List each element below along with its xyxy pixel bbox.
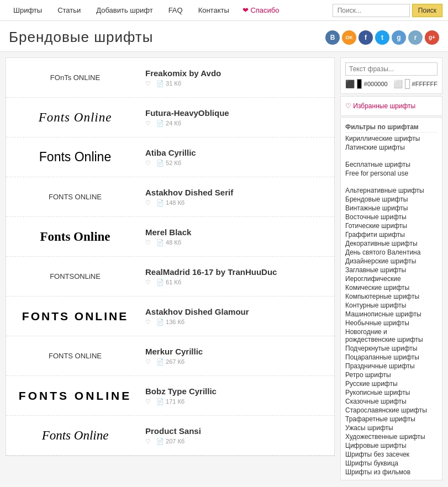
- filter-free-personal[interactable]: Free for personal use: [345, 169, 438, 178]
- category-link[interactable]: Альтернативные шрифты: [345, 186, 438, 195]
- nav-link-faq[interactable]: FAQ: [161, 0, 191, 21]
- social-tw[interactable]: t: [375, 30, 389, 45]
- color-swatch-dark[interactable]: [357, 79, 362, 89]
- page-title: Брендовые шрифты: [9, 29, 153, 46]
- font-preview: FONTS ONLINE: [12, 387, 139, 405]
- nav-link-fonts[interactable]: Шрифты: [6, 0, 50, 21]
- font-name-link[interactable]: Merel Black: [145, 227, 329, 237]
- search-button[interactable]: Поиск: [412, 4, 442, 17]
- font-like[interactable]: ♡: [145, 80, 151, 87]
- font-like[interactable]: ♡: [145, 120, 151, 127]
- font-preview: FOnTs ONLINE: [12, 71, 139, 84]
- font-like[interactable]: ♡: [145, 358, 151, 366]
- color-picker-dark-icon[interactable]: ⬛: [345, 80, 355, 88]
- category-link[interactable]: Необычные шрифты: [345, 319, 438, 327]
- font-like[interactable]: ♡: [145, 160, 151, 167]
- font-like[interactable]: ♡: [145, 398, 151, 405]
- social-vk[interactable]: B: [325, 30, 340, 45]
- font-preview-text: Fonts Online: [40, 230, 110, 244]
- font-name-link[interactable]: Merkur Cyrillic: [145, 347, 329, 356]
- font-info: Atiba Cyrillic ♡ 📄 52 Кб: [145, 148, 329, 167]
- nav-search: Поиск: [333, 4, 442, 17]
- font-name-link[interactable]: Astakhov Dished Serif: [145, 188, 329, 197]
- font-like[interactable]: ♡: [145, 438, 151, 445]
- font-name-link[interactable]: RealMadrid 16-17 by TranHuuDuc: [145, 267, 329, 277]
- category-link[interactable]: Сказочные шрифты: [345, 397, 438, 406]
- category-link[interactable]: Заглавные шрифты: [345, 266, 438, 274]
- font-size: 📄 207 Кб: [156, 438, 185, 445]
- category-link[interactable]: Поцарапанные шрифты: [345, 353, 438, 362]
- social-rss[interactable]: r: [408, 30, 423, 45]
- font-like[interactable]: ♡: [145, 199, 151, 207]
- main-layout: FOnTs ONLINE Freakomix by Avdo ♡ 📄 31 Кб…: [0, 52, 448, 487]
- category-link[interactable]: Иероглифические: [345, 274, 438, 283]
- category-link[interactable]: Контурные шрифты: [345, 301, 438, 310]
- category-link[interactable]: Русские шрифты: [345, 379, 438, 388]
- category-link[interactable]: Готические шрифты: [345, 221, 438, 230]
- filter-cyrillic[interactable]: Кириллические шрифты: [345, 134, 438, 143]
- font-preview-text: FONTS ONLINE: [49, 352, 102, 360]
- category-link[interactable]: Шрифты из фильмов: [345, 468, 438, 477]
- font-like[interactable]: ♡: [145, 239, 151, 246]
- category-link[interactable]: Старославянские шрифты: [345, 406, 438, 415]
- category-link[interactable]: Шрифты буквица: [345, 459, 438, 468]
- font-name-link[interactable]: Futura-HeavyOblique: [145, 108, 329, 118]
- social-ok[interactable]: OK: [342, 30, 356, 45]
- color-swatch-light[interactable]: [405, 79, 410, 89]
- category-link[interactable]: Праздничные шрифты: [345, 362, 438, 370]
- nav-link-articles[interactable]: Статьи: [50, 0, 88, 21]
- font-item: Fonts Online Futura-HeavyOblique ♡ 📄 24 …: [6, 98, 334, 137]
- category-link[interactable]: Брендовые шрифты: [345, 195, 438, 204]
- font-like[interactable]: ♡: [145, 319, 151, 326]
- social-gp1[interactable]: g: [392, 30, 406, 45]
- font-name-link[interactable]: Product Sansi: [145, 426, 329, 436]
- category-link[interactable]: Декоративные шрифты: [345, 239, 438, 248]
- category-link[interactable]: Художественные шрифты: [345, 432, 438, 441]
- font-name-link[interactable]: Bobz Type Cyrillic: [145, 387, 329, 396]
- nav-link-contacts[interactable]: Контакты: [191, 0, 237, 21]
- font-meta: ♡ 📄 31 Кб: [145, 80, 329, 87]
- category-link[interactable]: Новогодние и рождественские шрифты: [345, 327, 438, 344]
- font-preview-text: Fonts Online: [42, 428, 109, 443]
- font-item: FONTS ONLINE Merkur Cyrillic ♡ 📄 267 Кб: [6, 336, 334, 376]
- category-link[interactable]: Восточные шрифты: [345, 213, 438, 221]
- preview-text-input[interactable]: [345, 62, 438, 76]
- category-link[interactable]: День святого Валентина: [345, 248, 438, 257]
- category-link[interactable]: Рукописные шрифты: [345, 388, 438, 397]
- filter-free[interactable]: Бесплатные шрифты: [345, 160, 438, 169]
- page-header: Брендовые шрифты B OK f t g r g+: [0, 21, 448, 52]
- social-fb[interactable]: f: [359, 30, 373, 45]
- search-input[interactable]: [333, 4, 410, 17]
- category-link[interactable]: Ужасы шрифты: [345, 424, 438, 432]
- nav-link-add[interactable]: Добавить шрифт: [88, 0, 160, 21]
- favorites-link[interactable]: ♡ Избранные шрифты: [345, 100, 438, 112]
- font-preview-text: FONTSONLiNE: [50, 272, 101, 280]
- category-link[interactable]: Компьютерные шрифты: [345, 292, 438, 301]
- category-link[interactable]: Винтажные шрифты: [345, 204, 438, 213]
- nav-thanks[interactable]: ❤ Спасибо: [237, 0, 285, 21]
- font-like[interactable]: ♡: [145, 279, 151, 286]
- font-name-link[interactable]: Freakomix by Avdo: [145, 68, 329, 78]
- font-preview-text: FONTS ONLINE: [22, 310, 128, 323]
- font-name-link[interactable]: Atiba Cyrillic: [145, 148, 329, 157]
- font-preview: Fonts Online: [12, 227, 139, 246]
- font-name-link[interactable]: Astakhov Dished Glamour: [145, 307, 329, 316]
- filter-latin[interactable]: Латинские шрифты: [345, 143, 438, 152]
- category-link[interactable]: Подчеркнутые шрифты: [345, 344, 438, 353]
- color-picker-light-icon[interactable]: ⬜: [393, 80, 403, 88]
- category-link[interactable]: Машинописные шрифты: [345, 310, 438, 319]
- category-link[interactable]: Комические шрифты: [345, 283, 438, 292]
- social-gplus[interactable]: g+: [425, 30, 439, 45]
- font-meta: ♡ 📄 171 Кб: [145, 398, 329, 405]
- category-link[interactable]: Граффити шрифты: [345, 230, 438, 239]
- category-link[interactable]: Дизайнерские шрифты: [345, 257, 438, 266]
- font-size: 📄 52 Кб: [156, 160, 181, 167]
- category-link[interactable]: Ретро шрифты: [345, 370, 438, 379]
- font-meta: ♡ 📄 136 Кб: [145, 319, 329, 326]
- category-link[interactable]: Цифровые шрифты: [345, 441, 438, 450]
- sidebar-color-row: ⬛ #000000 ⬜ #FFFFFF: [345, 79, 438, 89]
- font-info: Merkur Cyrillic ♡ 📄 267 Кб: [145, 347, 329, 366]
- category-link[interactable]: Шрифты без засечек: [345, 450, 438, 459]
- category-link[interactable]: Трафаретные шрифты: [345, 415, 438, 424]
- font-info: RealMadrid 16-17 by TranHuuDuc ♡ 📄 61 Кб: [145, 267, 329, 286]
